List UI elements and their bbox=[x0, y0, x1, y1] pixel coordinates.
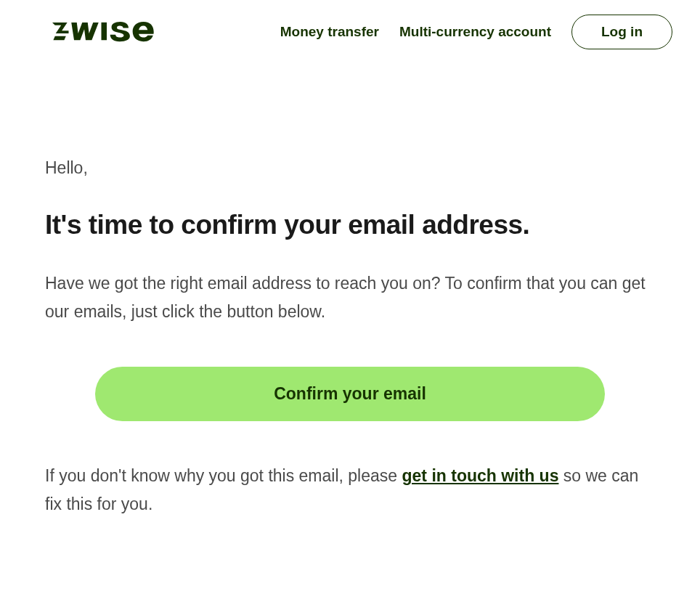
get-in-touch-link[interactable]: get in touch with us bbox=[402, 466, 559, 485]
wise-logo-icon bbox=[52, 20, 161, 44]
nav-money-transfer[interactable]: Money transfer bbox=[280, 24, 379, 40]
body-text: Have we got the right email address to r… bbox=[45, 269, 655, 326]
nav-multi-currency[interactable]: Multi-currency account bbox=[399, 24, 551, 40]
wise-logo[interactable] bbox=[52, 20, 161, 44]
header: Money transfer Multi-currency account Lo… bbox=[0, 0, 700, 49]
page-title: It's time to confirm your email address. bbox=[45, 210, 655, 240]
login-button[interactable]: Log in bbox=[571, 15, 672, 49]
nav: Money transfer Multi-currency account Lo… bbox=[280, 15, 672, 49]
secondary-before: If you don't know why you got this email… bbox=[45, 466, 402, 485]
signoff-thanks: Thanks, bbox=[45, 591, 655, 594]
email-content: Hello, It's time to confirm your email a… bbox=[0, 49, 700, 594]
confirm-email-button[interactable]: Confirm your email bbox=[95, 367, 605, 421]
signoff-block: Thanks, The Wise Team bbox=[45, 591, 655, 594]
secondary-text: If you don't know why you got this email… bbox=[45, 462, 655, 518]
greeting-text: Hello, bbox=[45, 158, 655, 178]
